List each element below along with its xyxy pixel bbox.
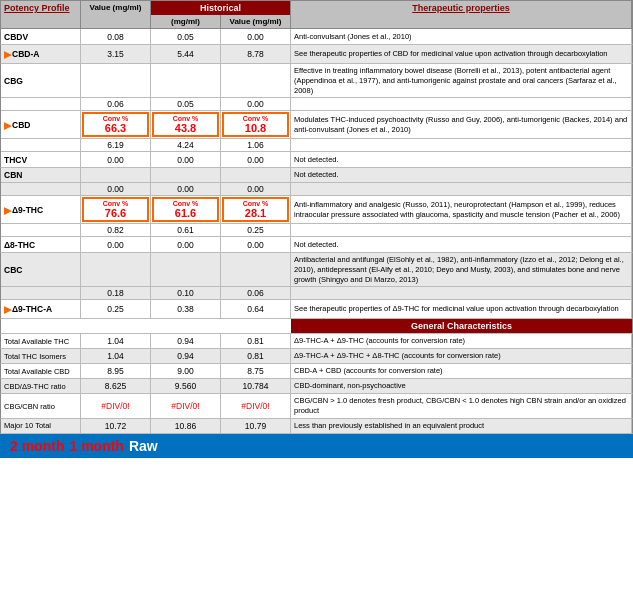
general-characteristics-header: General Characteristics	[291, 319, 632, 333]
table-row: 6.19 4.24 1.06	[1, 139, 632, 152]
val3-cell: 0.00	[221, 183, 291, 195]
cbg-section: CBG Effective in treating inflammatory b…	[0, 64, 633, 111]
summary-label: Total Available THC	[1, 334, 81, 348]
value-cell: 0.00	[81, 237, 151, 252]
historical-group: Historical (mg/ml) Value (mg/ml)	[151, 1, 291, 28]
val3-cell: 0.00	[221, 152, 291, 167]
therapeutic-cell: Anti-convulsant (Jones et al., 2010)	[291, 29, 632, 44]
summary-val1: 1.04	[81, 334, 151, 348]
table-row: CBDV 0.08 0.05 0.00 Anti-convulsant (Jon…	[0, 29, 633, 45]
main-container: Potency Profile Value (mg/ml) Historical…	[0, 0, 633, 458]
compound-label: CBG	[1, 64, 81, 97]
summary-val3: 0.81	[221, 334, 291, 348]
therapeutic-cell: See therapeutic properties of CBD for me…	[291, 45, 632, 63]
header-potency: Potency Profile	[1, 1, 81, 28]
thc-section: ▸Δ9-THC Conv % 76.6 Conv % 61.6 Conv % 2…	[0, 196, 633, 237]
arrow-icon: ▸	[4, 202, 11, 218]
header-historical: Historical	[151, 1, 291, 15]
summary-row: CBG/CBN ratio #DIV/0! #DIV/0! #DIV/0! CB…	[0, 394, 633, 419]
thc-conv-val-2: 61.6	[157, 207, 214, 219]
table-row: Δ8-THC 0.00 0.00 0.00 Not detected.	[0, 237, 633, 253]
val3-cell	[221, 168, 291, 182]
summary-row: Total THC Isomers 1.04 0.94 0.81 Δ9-THC-…	[0, 349, 633, 364]
hist-cell	[151, 64, 221, 97]
summary-hist: #DIV/0!	[151, 394, 221, 418]
summary-label: CBG/CBN ratio	[1, 394, 81, 418]
val3-cell	[221, 64, 291, 97]
arrow-icon: ▸	[4, 301, 11, 317]
summary-label: Total Available CBD	[1, 364, 81, 378]
summary-therapeutic: CBD-dominant, non-psychoactive	[291, 379, 632, 393]
compound-label: ▸CBD-A	[1, 45, 81, 63]
thc-conv-val-1: 76.6	[87, 207, 144, 219]
conv-label: Conv %	[157, 115, 214, 122]
header-val3: Value (mg/ml)	[221, 15, 291, 28]
therapeutic-cell: Effective in treating inflammatory bowel…	[291, 64, 632, 97]
table-row: CBC Antibacterial and antifungal (ElSohl…	[1, 253, 632, 287]
hist-cell: 0.05	[151, 29, 221, 44]
header-therapeutic: Therapeutic properties	[291, 1, 632, 28]
hist-cell: 5.44	[151, 45, 221, 63]
summary-val3: 10.784	[221, 379, 291, 393]
thc-conv-cell-2: Conv % 61.6	[151, 196, 221, 223]
compound-label: ▸CBD	[1, 111, 81, 138]
conv-label: Conv %	[87, 115, 144, 122]
empty-therapeutic	[291, 224, 632, 236]
value-cell	[81, 253, 151, 286]
summary-val3: 0.81	[221, 349, 291, 363]
hist-cell: 0.61	[151, 224, 221, 236]
summary-row: Major 10 Total 10.72 10.86 10.79 Less th…	[0, 419, 633, 434]
summary-val1: 8.625	[81, 379, 151, 393]
hist-cell: 0.00	[151, 237, 221, 252]
value-cell: 0.08	[81, 29, 151, 44]
cbc-section: CBC Antibacterial and antifungal (ElSohl…	[0, 253, 633, 300]
arrow-icon: ▸	[4, 46, 11, 62]
arrow-icon: ▸	[4, 117, 11, 133]
hist-cell: 0.10	[151, 287, 221, 299]
table-row: ▸Δ9-THC-A 0.25 0.38 0.64 See therapeutic…	[0, 300, 633, 319]
value-cell	[81, 64, 151, 97]
table-row: CBN Not detected.	[1, 168, 632, 183]
summary-hist: 9.560	[151, 379, 221, 393]
conv-label: Conv %	[227, 200, 284, 207]
header-hist-sub: (mg/ml)	[151, 15, 221, 28]
value-cell: 3.15	[81, 45, 151, 63]
summary-val3: #DIV/0!	[221, 394, 291, 418]
summary-val3: 8.75	[221, 364, 291, 378]
compound-label: Δ8-THC	[1, 237, 81, 252]
summary-val3: 10.79	[221, 419, 291, 433]
thc-conv-cell-1: Conv % 76.6	[81, 196, 151, 223]
header-val1: Value (mg/ml)	[81, 1, 151, 28]
value-cell: 0.18	[81, 287, 151, 299]
empty-therapeutic	[291, 139, 632, 151]
summary-therapeutic: Δ9-THC-A + Δ9-THC (accounts for conversi…	[291, 334, 632, 348]
cbn-section: CBN Not detected. 0.00 0.00 0.00	[0, 168, 633, 196]
val3-cell: 0.25	[221, 224, 291, 236]
hist-cell	[151, 253, 221, 286]
summary-label: CBD/Δ9-THC ratio	[1, 379, 81, 393]
summary-therapeutic: CBD-A + CBD (accounts for conversion rat…	[291, 364, 632, 378]
compound-label: CBC	[1, 253, 81, 286]
summary-hist: 10.86	[151, 419, 221, 433]
val3-cell: 1.06	[221, 139, 291, 151]
summary-val1: 10.72	[81, 419, 151, 433]
summary-label: Major 10 Total	[1, 419, 81, 433]
conv-label: Conv %	[157, 200, 214, 207]
hist-cell: 0.38	[151, 300, 221, 318]
label-1month: 1 month	[69, 438, 123, 454]
summary-hist: 0.94	[151, 334, 221, 348]
conv-cell-3: Conv % 10.8	[221, 111, 291, 138]
empty-cell	[1, 98, 81, 110]
hist-cell: 4.24	[151, 139, 221, 151]
empty-left	[1, 319, 291, 333]
conv-value-3: 10.8	[227, 122, 284, 134]
hist-cell	[151, 168, 221, 182]
summary-row: Total Available THC 1.04 0.94 0.81 Δ9-TH…	[0, 334, 633, 349]
conv-cell-2: Conv % 43.8	[151, 111, 221, 138]
conv-value-1: 66.3	[87, 122, 144, 134]
val3-cell	[221, 253, 291, 286]
bottom-bar: 2 month 1 month Raw	[0, 434, 633, 458]
summary-row: Total Available CBD 8.95 9.00 8.75 CBD-A…	[0, 364, 633, 379]
compound-label: CBDV	[1, 29, 81, 44]
value-cell: 0.82	[81, 224, 151, 236]
